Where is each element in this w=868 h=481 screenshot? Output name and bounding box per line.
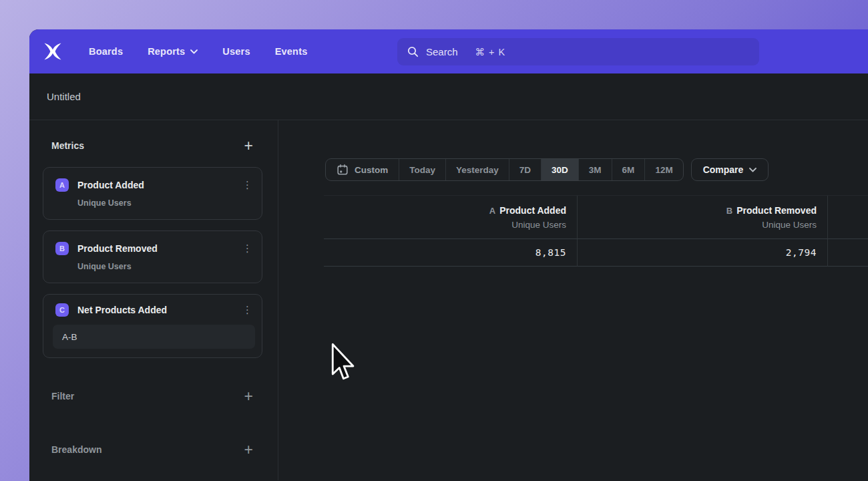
metric-card-a[interactable]: A Product Added ⋮ Unique Users	[43, 167, 262, 220]
app-window: Boards Reports Users Events Search ⌘ + K…	[29, 29, 868, 481]
metric-badge-c: C	[55, 303, 69, 317]
search-icon	[407, 46, 419, 57]
nav-item-events[interactable]: Events	[275, 46, 308, 57]
search-placeholder: Search	[426, 46, 458, 57]
nav-item-users[interactable]: Users	[222, 46, 250, 57]
date-range-custom-label: Custom	[355, 165, 388, 175]
chevron-down-icon	[749, 168, 756, 172]
report-header: Untitled	[29, 73, 868, 120]
metric-card-c-top: C Net Products Added ⋮	[55, 303, 252, 317]
value-cell-b: 2,794	[578, 239, 828, 267]
date-range-picker: Custom Today Yesterday 7D 30D 3M 6M 12M	[325, 158, 684, 181]
column-subtitle-a: Unique Users	[511, 220, 566, 230]
date-range-6m[interactable]: 6M	[612, 159, 645, 180]
date-range-custom[interactable]: Custom	[326, 159, 399, 180]
date-range-12m[interactable]: 12M	[644, 159, 682, 180]
metric-badge-a: A	[55, 178, 69, 192]
metric-card-b[interactable]: B Product Removed ⋮ Unique Users	[43, 230, 262, 283]
metric-card-c[interactable]: C Net Products Added ⋮ A-B	[43, 294, 262, 358]
value-cell-empty	[828, 239, 868, 267]
metric-name-b: Product Removed	[77, 243, 158, 254]
column-header-a-title-row: A Product Added	[489, 205, 566, 216]
nav-item-boards[interactable]: Boards	[89, 46, 123, 57]
metric-card-b-top: B Product Removed ⋮	[55, 242, 252, 255]
column-header-a: A Product Added Unique Users	[324, 196, 578, 239]
add-breakdown-plus-icon[interactable]: +	[244, 443, 253, 456]
date-range-7d[interactable]: 7D	[509, 159, 541, 180]
metrics-section-title: Metrics	[51, 140, 84, 151]
metric-card-a-top: A Product Added ⋮	[55, 178, 252, 192]
column-header-b: B Product Removed Unique Users	[578, 196, 828, 239]
column-header-empty	[828, 196, 868, 239]
kebab-menu-icon[interactable]: ⋮	[242, 244, 252, 253]
compare-button-label: Compare	[703, 164, 744, 175]
nav-item-reports[interactable]: Reports	[148, 46, 198, 57]
results-table: A Product Added Unique Users B Product R…	[324, 195, 868, 267]
add-metric-plus-icon[interactable]: +	[244, 139, 253, 152]
date-range-30d-selected[interactable]: 30D	[541, 159, 578, 180]
kebab-menu-icon[interactable]: ⋮	[242, 180, 252, 190]
nav-item-reports-label: Reports	[148, 46, 185, 57]
column-badge-b: B	[726, 206, 732, 216]
column-badge-a: A	[489, 206, 495, 216]
report-title[interactable]: Untitled	[47, 91, 81, 102]
value-cell-a: 8,815	[324, 239, 578, 267]
date-controls: Custom Today Yesterday 7D 30D 3M 6M 12M …	[325, 158, 769, 181]
column-title-b: Product Removed	[736, 205, 817, 216]
add-filter-plus-icon[interactable]: +	[244, 389, 253, 403]
desktop-background: Boards Reports Users Events Search ⌘ + K…	[0, 0, 868, 481]
column-title-a: Product Added	[499, 205, 566, 216]
kebab-menu-icon[interactable]: ⋮	[242, 305, 252, 315]
breakdown-section-label: Breakdown	[51, 444, 101, 455]
app-body: Metrics + A Product Added ⋮ Unique Users…	[29, 120, 868, 480]
metric-name-a: Product Added	[77, 180, 144, 190]
metrics-section-header: Metrics +	[43, 139, 262, 152]
chevron-down-icon	[190, 49, 198, 54]
top-navbar: Boards Reports Users Events Search ⌘ + K	[29, 29, 868, 73]
column-header-b-title-row: B Product Removed	[726, 205, 817, 216]
metric-measure-b: Unique Users	[77, 262, 252, 272]
mixpanel-logo[interactable]	[43, 41, 63, 61]
column-subtitle-b: Unique Users	[762, 220, 817, 230]
date-range-yesterday[interactable]: Yesterday	[445, 159, 509, 180]
search-shortcut: ⌘ + K	[475, 47, 506, 57]
formula-input[interactable]: A-B	[53, 325, 255, 349]
filter-section-label: Filter	[51, 391, 74, 402]
filter-section: Filter +	[43, 389, 262, 403]
metric-badge-b: B	[55, 242, 69, 255]
date-range-today[interactable]: Today	[399, 159, 445, 180]
primary-nav: Boards Reports Users Events	[89, 46, 307, 57]
search-input[interactable]: Search ⌘ + K	[397, 38, 759, 65]
date-range-3m[interactable]: 3M	[578, 159, 612, 180]
breakdown-section: Breakdown +	[43, 443, 262, 456]
metric-name-c: Net Products Added	[77, 305, 167, 315]
metric-measure-a: Unique Users	[77, 198, 252, 208]
query-sidebar: Metrics + A Product Added ⋮ Unique Users…	[29, 120, 278, 480]
calendar-icon	[337, 164, 349, 176]
main-content: Custom Today Yesterday 7D 30D 3M 6M 12M …	[278, 120, 868, 480]
compare-button[interactable]: Compare	[691, 158, 769, 181]
